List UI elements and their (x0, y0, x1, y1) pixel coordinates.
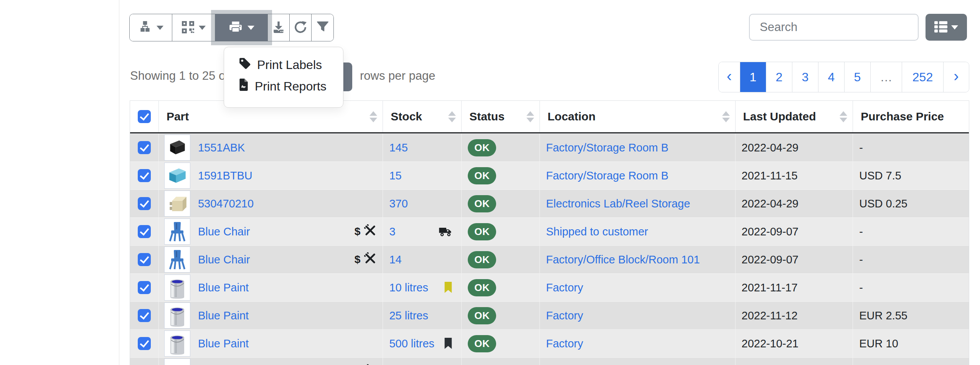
print-actions-button[interactable] (215, 14, 268, 41)
status-cell: OK (461, 302, 539, 329)
row-checkbox[interactable] (138, 141, 151, 154)
location-link[interactable]: Factory/Storage Room B (546, 141, 668, 154)
part-link[interactable]: Blue Chair (198, 253, 250, 266)
column-header-purchase-price[interactable]: Purchase Price (853, 101, 969, 132)
print-labels-menu-item[interactable]: Print Labels (224, 54, 343, 76)
sort-icon (370, 111, 377, 122)
print-reports-menu-item[interactable]: Print Reports (224, 76, 343, 97)
stock-quantity-link[interactable]: 25 litres (389, 309, 428, 322)
page-button-2[interactable]: 2 (766, 62, 792, 92)
purchase-price-cell: - (853, 274, 969, 301)
column-header-location[interactable]: Location (539, 101, 735, 132)
page-button-4[interactable]: 4 (818, 62, 845, 92)
refresh-button[interactable] (290, 14, 312, 41)
row-checkbox[interactable] (138, 225, 151, 238)
part-link[interactable]: Blue Chair (198, 225, 250, 238)
table-row: Blue Paint10 litresOKFactory2021-11-17- (130, 273, 969, 301)
download-button[interactable] (268, 14, 290, 41)
page-ellipsis[interactable]: … (871, 62, 902, 92)
page-button-1[interactable]: 1 (740, 62, 766, 92)
part-thumbnail[interactable] (164, 358, 190, 365)
part-thumbnail[interactable] (164, 275, 190, 301)
stock-quantity-link[interactable]: 15 (389, 169, 401, 182)
status-badge: OK (468, 167, 496, 184)
status-cell: OK (461, 134, 539, 161)
location-link[interactable]: Factory (546, 337, 583, 350)
status-badge: OK (468, 307, 496, 324)
stock-cell: 15 (383, 162, 461, 189)
row-checkbox[interactable] (138, 253, 151, 266)
location-cell: Factory (539, 274, 735, 301)
part-cell: 1591BTBU (158, 162, 383, 189)
part-thumbnail[interactable] (164, 219, 190, 245)
page-button-5[interactable]: 5 (845, 62, 871, 92)
select-all-checkbox-cell (130, 101, 158, 132)
row-checkbox[interactable] (138, 169, 151, 182)
file-pdf-icon (239, 79, 249, 94)
qrcode-icon (182, 21, 194, 35)
page-button-252[interactable]: 252 (902, 62, 944, 92)
row-checkbox[interactable] (138, 309, 151, 322)
stock-cell: 10 litres (383, 274, 461, 301)
next-page-button[interactable]: › (944, 62, 969, 92)
row-checkbox[interactable] (138, 337, 151, 350)
previous-page-button[interactable]: ‹ (719, 62, 740, 92)
row-checkbox-cell (130, 218, 158, 245)
search-input[interactable] (749, 14, 919, 41)
stock-quantity-link[interactable]: 370 (389, 197, 408, 210)
location-cell: Factory (539, 330, 735, 357)
stock-quantity-link[interactable]: 145 (389, 141, 408, 154)
status-badge: OK (468, 251, 496, 268)
row-checkbox[interactable] (138, 281, 151, 294)
select-all-checkbox[interactable] (138, 110, 151, 123)
column-select-button[interactable] (926, 14, 967, 41)
location-link[interactable]: Shipped to customer (546, 225, 648, 238)
column-header-last-updated[interactable]: Last Updated (735, 101, 853, 132)
location-link[interactable]: Factory (546, 281, 583, 294)
part-thumbnail[interactable] (164, 163, 190, 189)
part-thumbnail[interactable] (164, 135, 190, 161)
row-checkbox[interactable] (138, 197, 151, 210)
table-row: Blue Chair$3OKShipped to customer2022-09… (130, 217, 969, 245)
part-cell: 530470210 (158, 190, 383, 217)
part-link[interactable]: 1551ABK (198, 141, 245, 154)
location-link[interactable]: Factory/Storage Room B (546, 169, 668, 182)
last-updated-cell: 2022-09-07 (735, 246, 853, 273)
location-cell: Factory/Storage Room B (539, 162, 735, 189)
filter-button[interactable] (312, 14, 333, 41)
part-link[interactable]: 530470210 (198, 197, 254, 210)
stock-quantity-link[interactable]: 10 litres (389, 281, 428, 294)
stock-quantity-link[interactable]: 14 (389, 253, 401, 266)
location-link[interactable]: Factory (546, 309, 583, 322)
table-row: 530470210370OKElectronics Lab/Reel Stora… (130, 189, 969, 217)
stock-quantity-link[interactable]: 500 litres (389, 337, 434, 350)
status-badge: OK (468, 139, 496, 156)
barcode-actions-button[interactable] (172, 14, 215, 41)
location-link[interactable]: Factory/Office Block/Room 101 (546, 253, 700, 266)
stock-cell: 25 litres (383, 302, 461, 329)
part-link[interactable]: 1591BTBU (198, 169, 252, 182)
part-thumbnail[interactable] (164, 303, 190, 329)
part-thumbnail[interactable] (164, 330, 190, 357)
stock-cell: 14 (383, 246, 461, 273)
table-row: Blue Chair$14OKFactory/Office Block/Room… (130, 245, 969, 273)
stock-quantity-link[interactable]: 3 (389, 225, 395, 238)
column-header-status[interactable]: Status (461, 101, 539, 132)
column-header-stock[interactable]: Stock (383, 101, 461, 132)
part-link[interactable]: Blue Paint (198, 309, 249, 322)
location-cell: Factory/Storage Room B (539, 134, 735, 161)
part-link[interactable]: Blue Paint (198, 281, 249, 294)
part-link[interactable]: Blue Paint (198, 337, 249, 350)
tag-icon (239, 57, 251, 72)
part-thumbnail[interactable] (164, 247, 190, 273)
tree-view-button[interactable] (130, 14, 172, 41)
table-row: Blue Paint25 litresOKFactory2022-11-12EU… (130, 301, 969, 329)
part-thumbnail[interactable] (164, 191, 190, 217)
location-link[interactable]: Electronics Lab/Reel Storage (546, 197, 690, 210)
page-button-3[interactable]: 3 (792, 62, 818, 92)
last-updated-cell: 2022-10-21 (735, 330, 853, 357)
status-cell (461, 358, 539, 365)
row-checkbox-cell (130, 246, 158, 273)
download-icon (272, 21, 285, 35)
rows-per-page-label: rows per page (360, 69, 435, 83)
